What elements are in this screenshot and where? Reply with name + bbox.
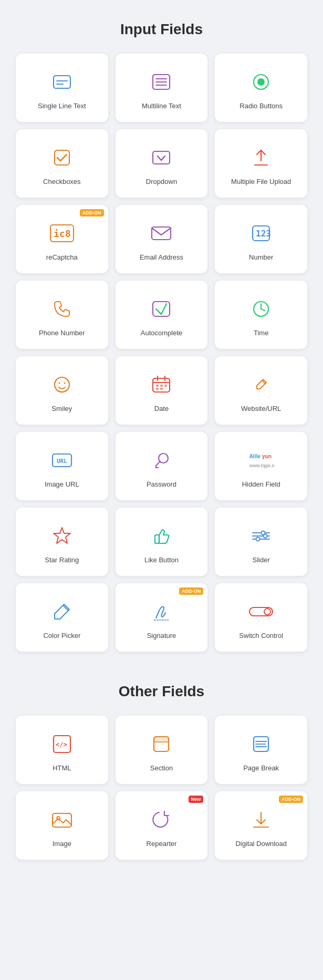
recaptcha-icon: ic8 xyxy=(48,220,76,247)
card-date[interactable]: Date xyxy=(116,356,208,425)
single-line-text-icon xyxy=(48,68,76,96)
dropdown-label: Dropdown xyxy=(146,178,177,185)
slider-icon xyxy=(247,522,275,550)
card-website-url[interactable]: Website/URL xyxy=(215,356,307,425)
svg-point-49 xyxy=(264,534,267,538)
recaptcha-label: reCaptcha xyxy=(46,253,78,261)
svg-rect-43 xyxy=(155,535,159,543)
page-break-icon xyxy=(247,730,275,758)
multiple-file-upload-label: Multiple File Upload xyxy=(231,178,291,185)
signature-icon xyxy=(148,598,175,625)
card-color-picker[interactable]: Color Picker xyxy=(16,583,108,652)
svg-text:</>: </> xyxy=(56,741,67,748)
card-multiline-text[interactable]: Multiline Text xyxy=(116,54,208,122)
svg-rect-32 xyxy=(160,388,163,390)
color-picker-label: Color Picker xyxy=(43,632,80,639)
password-label: Password xyxy=(147,480,176,488)
digital-download-addon-badge: ADD-ON xyxy=(279,796,303,803)
page-title: Input Fields xyxy=(0,0,323,48)
star-rating-label: Star Rating xyxy=(45,556,79,564)
image-url-icon: URL xyxy=(48,447,76,474)
svg-point-48 xyxy=(256,537,260,541)
svg-text:URL: URL xyxy=(57,458,67,465)
date-icon xyxy=(148,371,175,398)
svg-rect-57 xyxy=(154,737,169,742)
svg-text:yun: yun xyxy=(262,453,272,459)
svg-rect-0 xyxy=(54,76,70,88)
single-line-text-label: Single Line Text xyxy=(38,102,86,110)
card-dropdown[interactable]: Dropdown xyxy=(116,129,208,198)
card-slider[interactable]: Slider xyxy=(215,508,307,576)
email-address-icon xyxy=(148,220,175,247)
image-label: Image xyxy=(53,840,71,848)
recaptcha-addon-badge: ADD-ON xyxy=(80,209,104,216)
svg-rect-31 xyxy=(156,388,159,390)
card-section[interactable]: Section xyxy=(116,716,208,784)
card-star-rating[interactable]: Star Rating xyxy=(16,508,108,576)
svg-line-36 xyxy=(156,461,160,466)
card-time[interactable]: Time xyxy=(215,281,307,349)
digital-download-icon xyxy=(247,806,275,833)
section-label: Section xyxy=(150,764,173,772)
svg-rect-28 xyxy=(156,385,159,387)
card-image-url[interactable]: URL Image URL xyxy=(16,432,108,500)
card-multiple-file-upload[interactable]: Multiple File Upload xyxy=(215,129,307,198)
radio-buttons-icon xyxy=(247,68,275,96)
other-fields-title: Other Fields xyxy=(0,662,323,710)
card-password[interactable]: Password xyxy=(116,432,208,500)
card-hidden-field[interactable]: Alile yun www.tqge.com Hidden Field xyxy=(215,432,307,500)
card-phone-number[interactable]: Phone Number xyxy=(16,281,108,349)
card-recaptcha[interactable]: ADD-ON ic8 reCaptcha xyxy=(16,205,108,273)
repearter-new-badge: New xyxy=(189,796,204,803)
signature-addon-badge: ADD-ON xyxy=(179,587,203,595)
repearter-icon xyxy=(148,806,175,833)
hidden-field-icon: Alile yun www.tqge.com xyxy=(247,447,275,474)
svg-point-21 xyxy=(55,377,69,392)
svg-rect-14 xyxy=(152,227,171,240)
card-repearter[interactable]: New Repearter xyxy=(116,791,208,860)
card-autocomplete[interactable]: Autocomplete xyxy=(116,281,208,349)
website-url-label: Website/URL xyxy=(241,405,281,412)
page-break-label: Page Break xyxy=(243,764,279,772)
svg-line-20 xyxy=(261,309,265,311)
card-email-address[interactable]: Email Address xyxy=(116,205,208,273)
card-signature[interactable]: ADD-ON Signature xyxy=(116,583,208,652)
card-page-break[interactable]: Page Break xyxy=(215,716,307,784)
svg-point-53 xyxy=(264,608,270,615)
svg-text:123: 123 xyxy=(256,229,271,239)
svg-point-22 xyxy=(58,382,60,384)
slider-label: Slider xyxy=(253,556,270,564)
svg-text:Alile: Alile xyxy=(249,453,261,459)
section-icon xyxy=(148,730,175,758)
card-html[interactable]: </> HTML xyxy=(16,716,108,784)
digital-download-label: Digital Download xyxy=(235,840,287,848)
svg-rect-29 xyxy=(160,385,163,387)
card-image[interactable]: Image xyxy=(16,791,108,860)
radio-buttons-label: Radio Buttons xyxy=(239,102,283,110)
image-icon xyxy=(48,806,76,833)
phone-number-label: Phone Number xyxy=(39,329,85,337)
card-number[interactable]: 123 Number xyxy=(215,205,307,273)
html-icon: </> xyxy=(48,730,76,758)
date-label: Date xyxy=(154,405,169,412)
website-url-icon xyxy=(247,371,275,398)
image-url-label: Image URL xyxy=(45,480,79,488)
card-switch-control[interactable]: Switch Control xyxy=(215,583,307,652)
signature-label: Signature xyxy=(147,632,176,639)
like-button-label: Like Button xyxy=(144,556,179,564)
card-smiley[interactable]: Smiley xyxy=(16,356,108,425)
svg-rect-63 xyxy=(53,813,71,827)
card-digital-download[interactable]: ADD-ON Digital Download xyxy=(215,791,307,860)
smiley-icon xyxy=(48,371,76,398)
card-like-button[interactable]: Like Button xyxy=(116,508,208,576)
smiley-label: Smiley xyxy=(51,405,72,412)
other-fields-grid: </> HTML Section Page Break xyxy=(0,710,323,870)
autocomplete-icon xyxy=(148,295,175,323)
card-checkboxes[interactable]: Checkboxes xyxy=(16,129,108,198)
card-radio-buttons[interactable]: Radio Buttons xyxy=(215,54,307,122)
svg-point-8 xyxy=(257,78,265,86)
card-single-line-text[interactable]: Single Line Text xyxy=(16,54,108,122)
autocomplete-label: Autocomplete xyxy=(141,329,183,337)
phone-number-icon xyxy=(48,295,76,323)
password-icon xyxy=(148,447,175,474)
